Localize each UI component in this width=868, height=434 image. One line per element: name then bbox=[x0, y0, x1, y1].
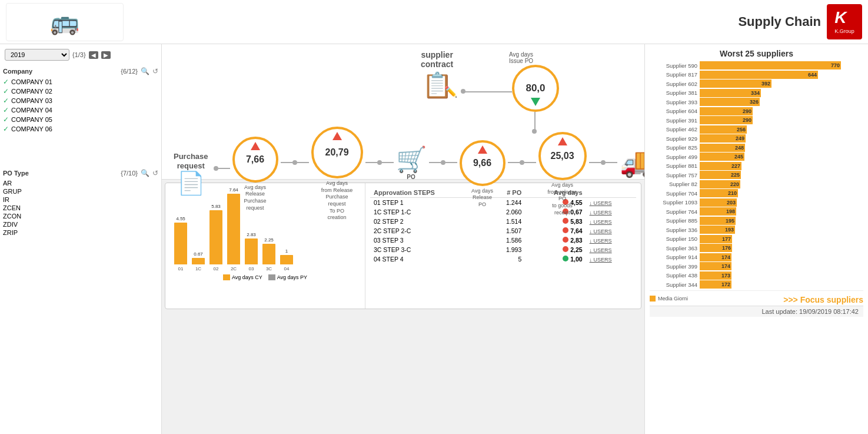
metric2-value: 20,79 bbox=[325, 147, 349, 158]
supplier-bar: 220 bbox=[700, 180, 740, 188]
po-search-icon[interactable]: 🔍 bbox=[141, 169, 149, 177]
connector-4 bbox=[429, 160, 457, 165]
triangle-up-2 bbox=[332, 132, 342, 140]
users-cell[interactable]: ↓ USERS bbox=[586, 254, 636, 264]
supplier-row: Supplier 929 249 bbox=[650, 134, 863, 143]
bar-value-label: 2.83 bbox=[247, 232, 256, 237]
company-item[interactable]: ✓COMPANY 03 bbox=[3, 96, 158, 105]
dot-c6 bbox=[601, 160, 606, 165]
focus-suppliers-link[interactable]: >>> Focus suppliers bbox=[783, 295, 863, 304]
connector-2 bbox=[281, 160, 309, 165]
po-type-item[interactable]: ZCON bbox=[3, 212, 158, 220]
line-c6b bbox=[606, 162, 617, 163]
legend-cy: Avg days CY bbox=[223, 274, 262, 280]
supplier-name: Supplier 391 bbox=[650, 117, 700, 124]
po-type-count: {7/10} bbox=[121, 170, 138, 177]
nav-next-btn[interactable]: ▶ bbox=[101, 51, 111, 59]
users-cell[interactable]: ↓ USERS bbox=[586, 236, 636, 245]
supplier-bar-container: 177 bbox=[700, 235, 863, 243]
supplier-bar: 225 bbox=[700, 171, 741, 179]
supplier-bar: 227 bbox=[700, 162, 741, 170]
check-icon: ✓ bbox=[3, 87, 9, 95]
po-type-item[interactable]: ZRIP bbox=[3, 228, 158, 237]
bar-x-label: 2C bbox=[231, 266, 237, 271]
status-dot bbox=[563, 237, 568, 243]
refresh-icon[interactable]: ↺ bbox=[152, 67, 158, 75]
po-name: ZDIV bbox=[3, 221, 18, 228]
supplier-value: 195 bbox=[726, 218, 734, 224]
po-type-item[interactable]: GRUP bbox=[3, 187, 158, 196]
po-refresh-icon[interactable]: ↺ bbox=[152, 169, 158, 177]
supplier-value: 174 bbox=[721, 254, 730, 260]
supplier-bar: 290 bbox=[700, 107, 753, 115]
metric4-node: 25,03 Avg daysfrom releasePOto goodsrece… bbox=[538, 132, 587, 216]
dot-cell: 7,64 bbox=[525, 226, 586, 236]
check-icon: ✓ bbox=[3, 115, 9, 124]
table-row: 03 STEP 3 1.586 2,83 ↓ USERS bbox=[370, 236, 636, 245]
company-item[interactable]: ✓COMPANY 04 bbox=[3, 105, 158, 115]
users-cell[interactable]: ↓ USERS bbox=[586, 245, 636, 254]
check-icon: ✓ bbox=[3, 106, 9, 114]
po-name: GRUP bbox=[3, 188, 22, 195]
company-name: COMPANY 02 bbox=[11, 88, 52, 95]
dot-cell: 1,00 bbox=[525, 254, 586, 264]
issue-po-label-area: Avg daysIssue PO bbox=[509, 51, 533, 64]
supplier-bar: 210 bbox=[700, 189, 738, 197]
users-link[interactable]: ↓ USERS bbox=[590, 238, 612, 244]
bar-x-label: 02 bbox=[214, 266, 219, 271]
po-type-item[interactable]: IR bbox=[3, 196, 158, 204]
supplier-bar-container: 210 bbox=[700, 189, 863, 197]
po-type-item[interactable]: AR bbox=[3, 179, 158, 187]
company-list: ✓COMPANY 01✓COMPANY 02✓COMPANY 03✓COMPAN… bbox=[3, 77, 158, 134]
bar-cy bbox=[174, 223, 187, 264]
users-link[interactable]: ↓ USERS bbox=[590, 257, 612, 263]
users-link[interactable]: ↓ USERS bbox=[590, 228, 612, 234]
line-c5b bbox=[524, 162, 536, 163]
line-c3b bbox=[382, 162, 394, 163]
supplier-name: Supplier 381 bbox=[650, 90, 700, 96]
supplier-bar-container: 227 bbox=[700, 162, 863, 170]
supplier-bar-container: 193 bbox=[700, 226, 863, 234]
check-icon: ✓ bbox=[3, 125, 9, 133]
supplier-bar-container: 172 bbox=[700, 280, 863, 289]
line-c3 bbox=[365, 162, 377, 163]
nav-prev-btn[interactable]: ◀ bbox=[89, 51, 98, 59]
supplier-name: Supplier 764 bbox=[650, 208, 700, 215]
supplier-name: Supplier 393 bbox=[650, 99, 700, 105]
supplier-row: Supplier 604 290 bbox=[650, 107, 863, 115]
bar-cy bbox=[280, 255, 293, 264]
supplier-name: Supplier 150 bbox=[650, 236, 700, 242]
supplier-bar-container: 174 bbox=[700, 262, 863, 270]
supplier-row: Supplier 704 210 bbox=[650, 189, 863, 197]
po-count: 1.993 bbox=[487, 245, 525, 254]
check-icon: ✓ bbox=[3, 78, 9, 86]
po-name: ZRIP bbox=[3, 229, 18, 236]
header: 🚌 Supply Chain K K.Group bbox=[0, 0, 868, 44]
company-item[interactable]: ✓COMPANY 06 bbox=[3, 124, 158, 134]
orange-square-icon bbox=[650, 296, 656, 302]
company-item[interactable]: ✓COMPANY 01 bbox=[3, 77, 158, 87]
po-type-item[interactable]: ZCEN bbox=[3, 204, 158, 212]
bar-value-label: 2.25 bbox=[264, 237, 274, 243]
supplier-name: Supplier 604 bbox=[650, 108, 700, 114]
line-c4b bbox=[445, 162, 457, 163]
company-filter-count: {6/12} bbox=[121, 68, 138, 75]
search-icon[interactable]: 🔍 bbox=[141, 67, 149, 75]
users-cell[interactable]: ↓ USERS bbox=[586, 226, 636, 236]
supplier-value: 176 bbox=[722, 245, 731, 251]
supplier-value: 245 bbox=[734, 154, 743, 160]
supplier-bar-container: 248 bbox=[700, 144, 863, 152]
po-type-list: ARGRUPIRZCENZCONZDIVZRIP bbox=[3, 179, 158, 237]
po-type-item[interactable]: ZDIV bbox=[3, 220, 158, 228]
year-select[interactable]: 2019 2018 2020 bbox=[5, 49, 69, 61]
supplier-name: Supplier 336 bbox=[650, 227, 700, 233]
company-item[interactable]: ✓COMPANY 05 bbox=[3, 115, 158, 124]
suppliers-list: Supplier 590 770 Supplier 817 644 Suppli… bbox=[650, 61, 863, 289]
pencil-icon: ✏️ bbox=[444, 85, 457, 98]
metric1-node: 7,66 Avg daysReleasePurchaserequest bbox=[232, 137, 278, 212]
company-item[interactable]: ✓COMPANY 02 bbox=[3, 87, 158, 96]
connector-3 bbox=[365, 160, 394, 165]
supplier-value: 256 bbox=[737, 127, 746, 132]
supplier-bar: 256 bbox=[700, 125, 747, 134]
users-link[interactable]: ↓ USERS bbox=[590, 247, 612, 253]
